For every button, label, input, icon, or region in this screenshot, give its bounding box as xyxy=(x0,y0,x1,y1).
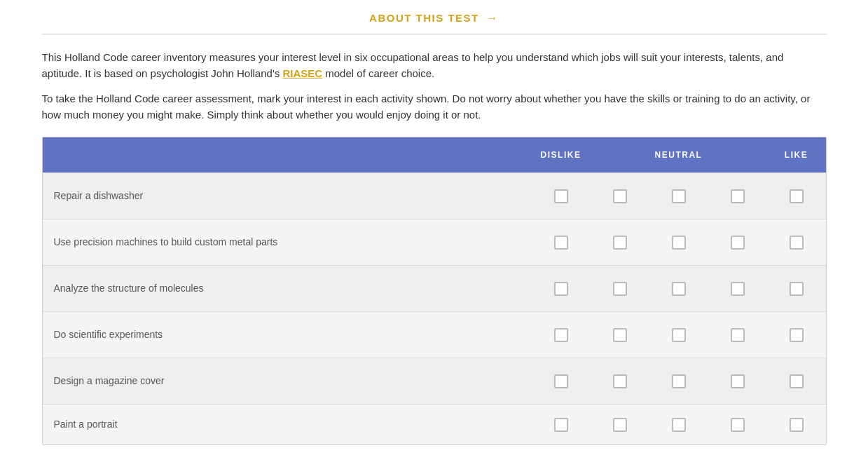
checkboxes-row6 xyxy=(532,418,826,432)
checkbox-r5-1[interactable] xyxy=(554,374,568,388)
table-header: DISLIKE NEUTRAL LIKE xyxy=(43,137,826,172)
checkbox-r6-1[interactable] xyxy=(554,418,568,432)
activity-label: Design a magazine cover xyxy=(43,361,532,401)
checkbox-r6-2[interactable] xyxy=(613,418,627,432)
checkbox-r4-1[interactable] xyxy=(554,328,568,342)
arrow-icon: → xyxy=(486,12,499,24)
checkbox-r5-2[interactable] xyxy=(613,374,627,388)
checkbox-r5-4[interactable] xyxy=(731,374,745,388)
table-row: Use precision machines to build custom m… xyxy=(43,219,826,265)
checkbox-r4-2[interactable] xyxy=(613,328,627,342)
checkbox-r3-1[interactable] xyxy=(554,282,568,296)
checkbox-r1-2[interactable] xyxy=(613,189,627,203)
col-dislike-header: DISLIKE xyxy=(532,137,591,172)
checkbox-cell[interactable] xyxy=(708,236,767,250)
header-section: ABOUT THIS TEST → xyxy=(42,0,827,34)
checkboxes-row3 xyxy=(532,282,826,296)
page-wrapper: ABOUT THIS TEST → This Holland Code care… xyxy=(21,0,848,445)
header-cols: DISLIKE NEUTRAL LIKE xyxy=(532,137,826,172)
checkbox-r3-4[interactable] xyxy=(731,282,745,296)
checkbox-cell[interactable] xyxy=(708,282,767,296)
checkbox-r1-1[interactable] xyxy=(554,189,568,203)
checkbox-r5-3[interactable] xyxy=(672,374,686,388)
checkbox-r6-5[interactable] xyxy=(790,418,804,432)
about-label: ABOUT THIS TEST xyxy=(369,12,479,24)
checkbox-r3-3[interactable] xyxy=(672,282,686,296)
description-block: This Holland Code career inventory measu… xyxy=(42,50,827,123)
checkboxes-row2 xyxy=(532,236,826,250)
checkbox-cell[interactable] xyxy=(532,189,591,203)
activity-label: Repair a dishwasher xyxy=(43,176,532,216)
checkbox-r2-4[interactable] xyxy=(731,236,745,250)
table-row: Do scientific experiments xyxy=(43,311,826,358)
checkbox-cell[interactable] xyxy=(649,189,708,203)
col-like-header: LIKE xyxy=(767,137,826,172)
checkbox-cell[interactable] xyxy=(767,236,826,250)
paragraph1-end: model of career choice. xyxy=(322,67,434,79)
checkbox-cell[interactable] xyxy=(591,418,649,432)
checkbox-cell[interactable] xyxy=(532,374,591,388)
checkbox-cell[interactable] xyxy=(767,374,826,388)
checkbox-cell[interactable] xyxy=(708,189,767,203)
col-dislike2-header xyxy=(591,137,649,172)
col-neutral-header: NEUTRAL xyxy=(649,137,708,172)
checkbox-cell[interactable] xyxy=(649,418,708,432)
checkbox-cell[interactable] xyxy=(532,328,591,342)
paragraph-2: To take the Holland Code career assessme… xyxy=(42,91,827,123)
table-row: Design a magazine cover xyxy=(43,358,826,404)
checkbox-cell[interactable] xyxy=(591,236,649,250)
checkbox-cell[interactable] xyxy=(708,328,767,342)
checkbox-cell[interactable] xyxy=(649,328,708,342)
checkbox-cell[interactable] xyxy=(767,189,826,203)
checkbox-r3-2[interactable] xyxy=(613,282,627,296)
checkbox-r3-5[interactable] xyxy=(790,282,804,296)
activity-label: Analyze the structure of molecules xyxy=(43,269,532,308)
checkbox-cell[interactable] xyxy=(591,189,649,203)
checkbox-cell[interactable] xyxy=(649,374,708,388)
checkbox-cell[interactable] xyxy=(591,374,649,388)
about-link[interactable]: ABOUT THIS TEST → xyxy=(369,12,499,24)
checkbox-r1-4[interactable] xyxy=(731,189,745,203)
checkbox-cell[interactable] xyxy=(591,328,649,342)
checkbox-cell[interactable] xyxy=(532,282,591,296)
checkbox-r4-4[interactable] xyxy=(731,328,745,342)
checkbox-cell[interactable] xyxy=(532,236,591,250)
checkbox-r4-5[interactable] xyxy=(790,328,804,342)
table-row: Paint a portrait xyxy=(43,404,826,444)
checkbox-r1-5[interactable] xyxy=(790,189,804,203)
checkbox-cell[interactable] xyxy=(767,418,826,432)
col-like1-header xyxy=(708,137,767,172)
checkbox-r6-4[interactable] xyxy=(731,418,745,432)
checkbox-r2-1[interactable] xyxy=(554,236,568,250)
checkbox-cell[interactable] xyxy=(649,236,708,250)
activity-label: Do scientific experiments xyxy=(43,315,532,355)
table-row: Analyze the structure of molecules xyxy=(43,265,826,311)
checkbox-cell[interactable] xyxy=(649,282,708,296)
checkbox-cell[interactable] xyxy=(708,374,767,388)
checkbox-r6-3[interactable] xyxy=(672,418,686,432)
checkbox-r1-3[interactable] xyxy=(672,189,686,203)
checkbox-cell[interactable] xyxy=(767,328,826,342)
activity-label: Use precision machines to build custom m… xyxy=(43,222,532,262)
checkbox-cell[interactable] xyxy=(532,418,591,432)
checkbox-cell[interactable] xyxy=(708,418,767,432)
riasec-link[interactable]: RIASEC xyxy=(282,67,322,79)
checkboxes-row1 xyxy=(532,189,826,203)
checkbox-r4-3[interactable] xyxy=(672,328,686,342)
activity-label: Paint a portrait xyxy=(43,405,532,444)
checkbox-cell[interactable] xyxy=(591,282,649,296)
checkbox-r2-2[interactable] xyxy=(613,236,627,250)
checkboxes-row5 xyxy=(532,374,826,388)
checkbox-r2-5[interactable] xyxy=(790,236,804,250)
table-row: Repair a dishwasher xyxy=(43,172,826,219)
paragraph-1: This Holland Code career inventory measu… xyxy=(42,50,827,81)
checkbox-r2-3[interactable] xyxy=(672,236,686,250)
assessment-table: DISLIKE NEUTRAL LIKE Repair a dishwasher… xyxy=(42,137,827,445)
checkboxes-row4 xyxy=(532,328,826,342)
checkbox-r5-5[interactable] xyxy=(790,374,804,388)
checkbox-cell[interactable] xyxy=(767,282,826,296)
